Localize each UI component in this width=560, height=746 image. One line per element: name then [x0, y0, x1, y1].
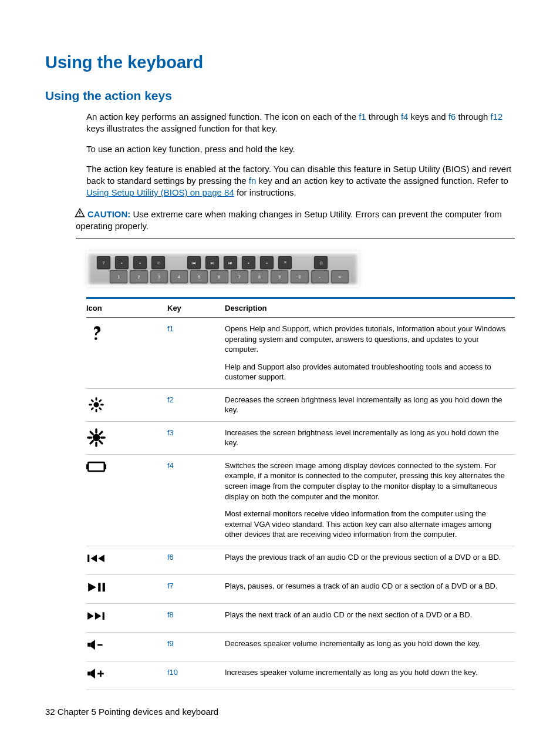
svg-line-11: [92, 408, 93, 409]
keyboard-image: ?••⎚ ⏮⏯⏭••✕ ⎙ 1234567890-=: [86, 251, 359, 287]
paragraph-1: An action key performs an assigned funct…: [86, 111, 515, 135]
svg-rect-23: [86, 464, 88, 469]
svg-rect-25: [87, 555, 89, 562]
key-ref-f1: f1: [359, 112, 366, 122]
play-pause-icon: [86, 581, 106, 597]
key-cell: f3: [167, 421, 225, 454]
svg-line-9: [92, 400, 93, 401]
svg-marker-32: [95, 612, 102, 620]
table-row: f4Switches the screen image among displa…: [86, 454, 515, 546]
body-text: An action key performs an assigned funct…: [86, 111, 515, 199]
svg-marker-35: [90, 640, 95, 650]
section-title: Using the action keys: [45, 89, 515, 103]
svg-rect-24: [104, 464, 106, 469]
svg-line-12: [100, 400, 101, 401]
table-row: f6Plays the previous track of an audio C…: [86, 546, 515, 574]
key-cell: f2: [167, 388, 225, 421]
brightness-up-icon: [86, 428, 106, 444]
svg-rect-37: [87, 671, 90, 675]
key-cell: f4: [167, 454, 225, 546]
desc-cell: Increases the screen brightness level in…: [225, 421, 515, 454]
svg-rect-40: [100, 670, 102, 677]
desc-cell: Plays, pauses, or resumes a track of an …: [225, 574, 515, 603]
desc-cell: Switches the screen image among display …: [225, 454, 515, 546]
page-footer: 32 Chapter 5 Pointing devices and keyboa…: [45, 707, 218, 717]
svg-point-13: [93, 435, 99, 440]
key-ref-f4: f4: [401, 112, 409, 122]
svg-point-4: [95, 403, 98, 406]
caution-triangle-icon: [75, 208, 85, 217]
paragraph-3: The action key feature is enabled at the…: [86, 163, 515, 199]
caution-label: CAUTION:: [87, 209, 130, 219]
svg-marker-26: [90, 555, 97, 562]
table-row: f8Plays the next track of an audio CD or…: [86, 603, 515, 632]
desc-cell: Opens Help and Support, which provides t…: [225, 318, 515, 389]
svg-rect-22: [88, 462, 104, 471]
svg-point-3: [95, 337, 97, 340]
key-cell: f1: [167, 318, 225, 389]
key-cell: f9: [167, 632, 225, 661]
desc-cell: Plays the previous track of an audio CD …: [225, 546, 515, 574]
key-ref-f12: f12: [491, 112, 503, 122]
svg-line-10: [100, 408, 101, 409]
desc-cell: Decreases speaker volume incrementally a…: [225, 632, 515, 661]
svg-marker-28: [88, 583, 96, 592]
svg-rect-29: [98, 583, 100, 592]
caution-text: Use extreme care when making changes in …: [76, 209, 502, 231]
table-row: f10Increases speaker volume incrementall…: [86, 661, 515, 690]
table-row: f9Decreases speaker volume incrementally…: [86, 632, 515, 661]
svg-rect-30: [103, 583, 105, 592]
table-row: f7Plays, pauses, or resumes a track of a…: [86, 574, 515, 603]
svg-line-19: [100, 441, 102, 443]
paragraph-2: To use an action key function, press and…: [86, 143, 515, 155]
switch-display-icon: [86, 461, 106, 477]
prev-track-icon: [86, 552, 106, 569]
key-cell: f8: [167, 603, 225, 632]
svg-marker-27: [98, 555, 104, 562]
brightness-down-icon: [86, 395, 106, 411]
svg-rect-33: [103, 612, 104, 620]
svg-rect-36: [97, 644, 103, 646]
svg-line-21: [100, 432, 102, 434]
th-desc: Description: [225, 298, 515, 318]
th-icon: Icon: [86, 298, 167, 318]
table-row: f1Opens Help and Support, which provides…: [86, 318, 515, 389]
key-cell: f6: [167, 546, 225, 574]
help-icon: [86, 324, 106, 340]
volume-up-icon: [86, 667, 106, 684]
key-ref-fn: fn: [249, 176, 257, 186]
action-keys-table: Icon Key Description f1Opens Help and Su…: [86, 297, 515, 690]
key-cell: f7: [167, 574, 225, 603]
chapter-title: Chapter 5 Pointing devices and keyboard: [58, 707, 218, 717]
th-key: Key: [167, 298, 225, 318]
volume-down-icon: [86, 639, 106, 655]
key-cell: f10: [167, 661, 225, 690]
svg-line-20: [90, 441, 93, 443]
table-row: f3Increases the screen brightness level …: [86, 421, 515, 454]
next-track-icon: [86, 610, 106, 626]
caution-block: CAUTION: Use extreme care when making ch…: [76, 207, 515, 239]
svg-rect-34: [87, 643, 90, 646]
svg-point-2: [79, 215, 80, 216]
desc-cell: Increases speaker volume incrementally a…: [225, 661, 515, 690]
key-ref-f6: f6: [448, 112, 456, 122]
svg-marker-38: [90, 668, 95, 678]
svg-line-18: [90, 432, 93, 434]
link-setup-utility[interactable]: Using Setup Utility (BIOS) on page 84: [86, 187, 234, 197]
page-title: Using the keyboard: [45, 53, 515, 72]
svg-marker-31: [87, 612, 94, 620]
page-number: 32: [45, 707, 55, 717]
desc-cell: Decreases the screen brightness level in…: [225, 388, 515, 421]
desc-cell: Plays the next track of an audio CD or t…: [225, 603, 515, 632]
table-row: f2Decreases the screen brightness level …: [86, 388, 515, 421]
